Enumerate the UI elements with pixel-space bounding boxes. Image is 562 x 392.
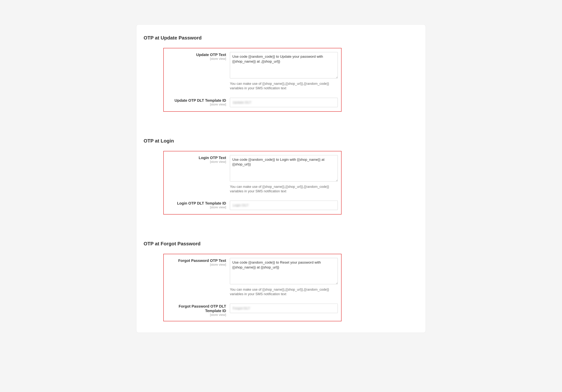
update-dlt-template-id-input[interactable]: [230, 98, 338, 107]
label-col: Forgot Password OTP Text [store view]: [166, 258, 230, 297]
label-col: Update OTP Text [store view]: [166, 52, 230, 91]
section-otp-forgot-password: OTP at Forgot Password Forgot Password O…: [144, 241, 418, 321]
field-label: Login OTP Text: [166, 155, 226, 160]
field-hint: You can make use of {{shop_name}},{{shop…: [230, 81, 338, 91]
section-title: OTP at Forgot Password: [144, 241, 418, 247]
forgot-dlt-template-id-input[interactable]: [230, 304, 338, 313]
field-scope: [store view]: [166, 103, 226, 107]
update-otp-text-input[interactable]: [230, 52, 338, 78]
field-hint: You can make use of {{shop_name}},{{shop…: [230, 287, 338, 297]
forgot-otp-text-input[interactable]: [230, 258, 338, 284]
label-col: Login OTP Text [store view]: [166, 155, 230, 194]
label-col: Update OTP DLT Template ID [store view]: [166, 98, 230, 107]
label-col: Login OTP DLT Template ID [store view]: [166, 201, 230, 210]
field-hint: You can make use of {{shop_name}},{{shop…: [230, 184, 338, 194]
field-scope: [store view]: [166, 313, 226, 317]
field-row-update-otp-text: Update OTP Text [store view] You can mak…: [166, 52, 339, 91]
field-scope: [store view]: [166, 57, 226, 61]
input-col: [230, 98, 339, 107]
field-row-forgot-dlt-id: Forgot Password OTP DLT Template ID [sto…: [166, 304, 339, 317]
field-label: Forgot Password OTP DLT Template ID: [166, 304, 226, 313]
field-row-forgot-otp-text: Forgot Password OTP Text [store view] Yo…: [166, 258, 339, 297]
input-col: [230, 201, 339, 210]
field-label: Update OTP DLT Template ID: [166, 98, 226, 103]
login-otp-text-input[interactable]: [230, 155, 338, 181]
input-col: You can make use of {{shop_name}},{{shop…: [230, 155, 339, 194]
settings-card: OTP at Update Password Update OTP Text […: [136, 24, 426, 333]
highlight-box: Login OTP Text [store view] You can make…: [163, 151, 341, 215]
section-otp-login: OTP at Login Login OTP Text [store view]…: [144, 138, 418, 215]
field-row-login-dlt-id: Login OTP DLT Template ID [store view]: [166, 201, 339, 210]
section-otp-update-password: OTP at Update Password Update OTP Text […: [144, 35, 418, 112]
field-row-login-otp-text: Login OTP Text [store view] You can make…: [166, 155, 339, 194]
field-label: Update OTP Text: [166, 52, 226, 57]
field-scope: [store view]: [166, 205, 226, 209]
field-scope: [store view]: [166, 160, 226, 164]
field-label: Forgot Password OTP Text: [166, 258, 226, 263]
field-label: Login OTP DLT Template ID: [166, 201, 226, 205]
label-col: Forgot Password OTP DLT Template ID [sto…: [166, 304, 230, 317]
input-col: [230, 304, 339, 317]
input-col: You can make use of {{shop_name}},{{shop…: [230, 258, 339, 297]
field-scope: [store view]: [166, 263, 226, 267]
field-row-update-dlt-id: Update OTP DLT Template ID [store view]: [166, 98, 339, 107]
highlight-box: Update OTP Text [store view] You can mak…: [163, 48, 341, 112]
section-title: OTP at Login: [144, 138, 418, 144]
section-title: OTP at Update Password: [144, 35, 418, 41]
input-col: You can make use of {{shop_name}},{{shop…: [230, 52, 339, 91]
login-dlt-template-id-input[interactable]: [230, 201, 338, 210]
highlight-box: Forgot Password OTP Text [store view] Yo…: [163, 254, 341, 321]
